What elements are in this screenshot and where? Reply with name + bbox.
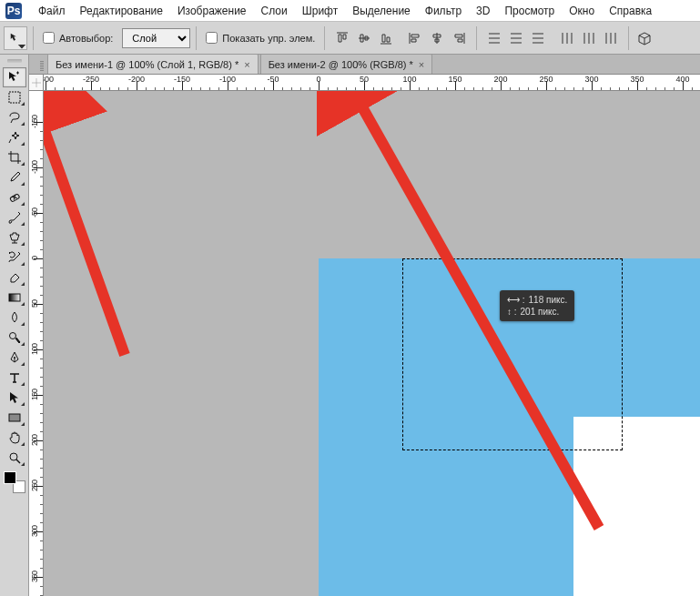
ruler-vertical[interactable]: -150-100-50050100150200250300350400450 bbox=[29, 91, 44, 596]
divider bbox=[196, 26, 197, 50]
menu-help[interactable]: Справка bbox=[602, 2, 659, 20]
tool-eyedropper[interactable] bbox=[3, 167, 26, 187]
doc-tab-1[interactable]: Без имени-1 @ 100% (Слой 1, RGB/8) * × bbox=[47, 54, 259, 74]
divider bbox=[33, 26, 34, 50]
menu-view[interactable]: Просмотр bbox=[497, 2, 562, 20]
dist-bottom-icon[interactable] bbox=[528, 28, 548, 48]
align-hcenter-icon[interactable] bbox=[427, 28, 447, 48]
align-group-2 bbox=[403, 28, 471, 48]
distribute-group-2 bbox=[555, 28, 623, 48]
tool-type[interactable] bbox=[3, 368, 26, 388]
work-area: Без имени-1 @ 100% (Слой 1, RGB/8) * × Б… bbox=[0, 55, 700, 596]
align-left-icon[interactable] bbox=[405, 28, 425, 48]
autoselect-input[interactable] bbox=[43, 32, 55, 44]
distribute-group-1 bbox=[482, 28, 550, 48]
foreground-color[interactable] bbox=[4, 471, 16, 484]
align-vcenter-icon[interactable] bbox=[354, 28, 374, 48]
toolbox-grip[interactable] bbox=[2, 56, 27, 66]
tab-title: Без имени-2 @ 100% (RGB/8) * bbox=[269, 59, 413, 70]
tool-marquee[interactable] bbox=[3, 87, 26, 107]
canvas-viewport[interactable]: ⟷ :118 пикс. ↕ :201 пикс. bbox=[44, 91, 700, 596]
layer-group-select[interactable]: Слой bbox=[122, 28, 190, 48]
autoselect-checkbox[interactable]: Автовыбор: bbox=[39, 32, 117, 44]
dist-right-icon[interactable] bbox=[601, 28, 621, 48]
menu-layer[interactable]: Слои bbox=[254, 2, 295, 20]
svg-point-3 bbox=[9, 333, 15, 339]
tool-eraser[interactable] bbox=[3, 268, 26, 288]
3d-mode-icon[interactable] bbox=[634, 28, 654, 48]
tool-clone[interactable] bbox=[3, 227, 26, 247]
tool-history-brush[interactable] bbox=[3, 247, 26, 268]
align-top-icon[interactable] bbox=[332, 28, 352, 48]
divider bbox=[324, 26, 325, 50]
close-icon[interactable]: × bbox=[244, 59, 249, 70]
tool-dodge[interactable] bbox=[3, 328, 26, 348]
dist-top-icon[interactable] bbox=[484, 28, 504, 48]
marquee-selection bbox=[402, 258, 623, 450]
document-tabs: Без имени-1 @ 100% (Слой 1, RGB/8) * × Б… bbox=[29, 55, 700, 75]
tool-rectangle[interactable] bbox=[3, 408, 26, 428]
show-controls-label: Показать упр. элем. bbox=[222, 33, 315, 44]
svg-rect-0 bbox=[9, 92, 20, 103]
tool-magic-wand[interactable] bbox=[3, 127, 26, 147]
ruler-origin[interactable] bbox=[29, 75, 44, 91]
current-tool-indicator[interactable] bbox=[4, 26, 27, 50]
tool-blur[interactable] bbox=[3, 308, 26, 328]
menu-bar: Ps Файл Редактирование Изображение Слои … bbox=[0, 0, 700, 22]
document-area: Без имени-1 @ 100% (Слой 1, RGB/8) * × Б… bbox=[29, 55, 700, 596]
align-group-1 bbox=[330, 28, 398, 48]
divider bbox=[476, 26, 477, 50]
divider bbox=[628, 26, 629, 50]
tool-gradient[interactable] bbox=[3, 288, 26, 308]
tool-path-select[interactable] bbox=[3, 388, 26, 408]
close-icon[interactable]: × bbox=[419, 59, 424, 70]
menu-type[interactable]: Шрифт bbox=[295, 2, 345, 20]
menu-edit[interactable]: Редактирование bbox=[73, 2, 170, 20]
tool-brush[interactable] bbox=[3, 207, 26, 227]
doc-tab-2[interactable]: Без имени-2 @ 100% (RGB/8) * × bbox=[260, 54, 433, 74]
dist-vcenter-icon[interactable] bbox=[506, 28, 526, 48]
tool-lasso[interactable] bbox=[3, 107, 26, 127]
tool-zoom[interactable] bbox=[3, 448, 26, 468]
dist-left-icon[interactable] bbox=[557, 28, 577, 48]
ruler-horizontal[interactable]: -300-250-200-150-100-5005010015020025030… bbox=[44, 75, 700, 91]
toolbox bbox=[0, 55, 29, 596]
autoselect-label: Автовыбор: bbox=[59, 33, 113, 44]
menu-3d[interactable]: 3D bbox=[469, 2, 497, 20]
show-transform-controls[interactable]: Показать упр. элем. bbox=[202, 32, 319, 44]
tool-hand[interactable] bbox=[3, 428, 26, 448]
svg-point-6 bbox=[10, 453, 17, 460]
options-bar: Автовыбор: Слой Показать упр. элем. bbox=[0, 22, 700, 55]
menu-window[interactable]: Окно bbox=[562, 2, 602, 20]
tool-crop[interactable] bbox=[3, 147, 26, 167]
align-bottom-icon[interactable] bbox=[376, 28, 396, 48]
tool-move[interactable] bbox=[3, 67, 26, 87]
svg-point-4 bbox=[14, 357, 15, 359]
tab-title: Без имени-1 @ 100% (Слой 1, RGB/8) * bbox=[56, 59, 238, 70]
dist-hcenter-icon[interactable] bbox=[579, 28, 599, 48]
svg-rect-2 bbox=[9, 294, 20, 301]
show-controls-input[interactable] bbox=[206, 32, 218, 44]
svg-line-7 bbox=[44, 113, 125, 355]
app-logo: Ps bbox=[5, 3, 22, 19]
tool-healing[interactable] bbox=[3, 187, 26, 207]
move-icon bbox=[9, 32, 22, 45]
align-right-icon[interactable] bbox=[449, 28, 469, 48]
menu-filter[interactable]: Фильтр bbox=[418, 2, 469, 20]
tool-pen[interactable] bbox=[3, 348, 26, 368]
svg-rect-5 bbox=[9, 414, 20, 421]
color-swatches[interactable] bbox=[4, 471, 25, 493]
menu-file[interactable]: Файл bbox=[31, 2, 73, 20]
menu-select[interactable]: Выделение bbox=[345, 2, 418, 20]
menu-image[interactable]: Изображение bbox=[170, 2, 254, 20]
tab-grip[interactable] bbox=[38, 59, 46, 74]
transform-tooltip: ⟷ :118 пикс. ↕ :201 пикс. bbox=[500, 290, 574, 321]
